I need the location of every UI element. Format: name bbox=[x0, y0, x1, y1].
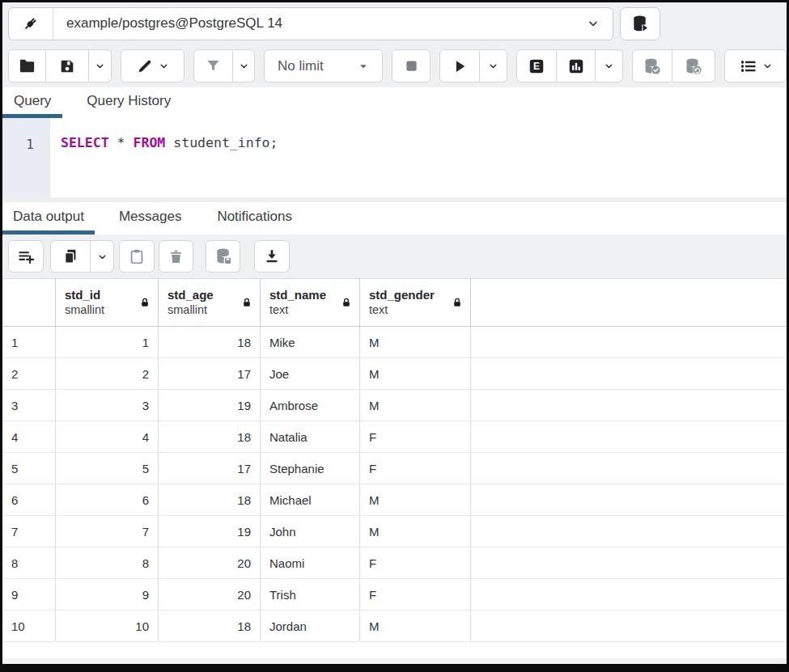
add-row-icon bbox=[17, 247, 36, 266]
grid-cell[interactable]: John bbox=[261, 516, 360, 547]
download-button[interactable] bbox=[254, 240, 290, 273]
grid-cell[interactable]: 19 bbox=[159, 516, 261, 547]
row-number[interactable]: 6 bbox=[2, 484, 56, 515]
grid-cell[interactable]: 7 bbox=[56, 516, 159, 547]
connection-bar: example/postgres@PostgreSQL 14 bbox=[2, 2, 787, 44]
edit-button[interactable] bbox=[121, 49, 185, 82]
grid-cell[interactable]: 1 bbox=[56, 327, 159, 357]
row-number[interactable]: 2 bbox=[2, 358, 56, 389]
commit-button[interactable] bbox=[632, 49, 672, 82]
row-number[interactable]: 1 bbox=[2, 327, 56, 357]
filter-button[interactable] bbox=[193, 49, 233, 82]
grid-cell[interactable]: M bbox=[360, 516, 471, 547]
chevron-down-icon bbox=[95, 61, 105, 71]
grid-cell[interactable]: 18 bbox=[159, 327, 261, 357]
grid-cell[interactable]: 19 bbox=[159, 390, 261, 421]
horizontal-scrollbar[interactable] bbox=[2, 658, 787, 664]
tab-query[interactable]: Query bbox=[2, 87, 62, 118]
open-file-button[interactable] bbox=[8, 49, 46, 82]
grid-cell[interactable]: Michael bbox=[261, 484, 360, 515]
grid-cell[interactable]: M bbox=[360, 611, 471, 641]
explain-analyze-button[interactable] bbox=[557, 49, 596, 82]
column-header-std_gender[interactable]: std_gendertext bbox=[360, 279, 471, 326]
row-number[interactable]: 5 bbox=[2, 453, 56, 484]
grid-cell[interactable]: Mike bbox=[261, 327, 360, 357]
grid-cell[interactable]: 3 bbox=[56, 390, 159, 421]
row-number[interactable]: 4 bbox=[2, 421, 56, 452]
cancel-query-button[interactable] bbox=[392, 49, 431, 82]
grid-cell[interactable]: Joe bbox=[261, 358, 360, 389]
tab-messages[interactable]: Messages bbox=[108, 202, 193, 235]
copy-icon bbox=[62, 247, 79, 265]
grid-cell[interactable]: Jordan bbox=[261, 611, 360, 641]
grid-cell[interactable]: Stephanie bbox=[261, 453, 360, 484]
grid-cell[interactable]: M bbox=[360, 327, 471, 357]
save-button[interactable] bbox=[46, 49, 89, 82]
column-name: std_id bbox=[65, 287, 104, 302]
row-number[interactable]: 9 bbox=[2, 579, 56, 610]
grid-cell[interactable]: Ambrose bbox=[261, 390, 360, 421]
execute-options-button[interactable] bbox=[480, 49, 507, 82]
grid-cell[interactable]: 6 bbox=[56, 484, 159, 515]
grid-cell[interactable]: F bbox=[360, 579, 471, 610]
column-header-std_id[interactable]: std_idsmallint bbox=[56, 279, 159, 326]
data-grid: std_idsmallintstd_agesmallintstd_nametex… bbox=[2, 278, 787, 664]
table-row: 4418NataliaF bbox=[2, 421, 787, 453]
filter-options-button[interactable] bbox=[233, 49, 255, 82]
paste-button[interactable] bbox=[119, 240, 155, 273]
grid-cell[interactable]: 18 bbox=[159, 484, 261, 515]
execute-button[interactable] bbox=[439, 49, 480, 82]
rollback-button[interactable] bbox=[672, 49, 715, 82]
tab-query-history[interactable]: Query History bbox=[75, 87, 182, 118]
grid-cell[interactable]: 10 bbox=[56, 611, 159, 641]
grid-cell[interactable]: 2 bbox=[56, 358, 159, 389]
save-data-changes-button[interactable] bbox=[206, 240, 240, 273]
grid-cell[interactable]: 20 bbox=[159, 547, 261, 578]
grid-cell[interactable]: M bbox=[360, 484, 471, 515]
column-header-std_name[interactable]: std_nametext bbox=[261, 279, 360, 326]
tab-data-output[interactable]: Data output bbox=[2, 202, 95, 235]
sql-keyword: SELECT bbox=[61, 135, 109, 150]
delete-row-button[interactable] bbox=[159, 240, 193, 273]
grid-corner-cell[interactable] bbox=[2, 279, 56, 326]
grid-cell[interactable]: F bbox=[360, 421, 471, 452]
row-number[interactable]: 7 bbox=[2, 516, 56, 547]
grid-cell[interactable]: 8 bbox=[56, 547, 159, 578]
column-header-std_age[interactable]: std_agesmallint bbox=[159, 279, 261, 326]
grid-cell[interactable]: 4 bbox=[56, 421, 159, 452]
grid-cell[interactable]: 5 bbox=[56, 453, 159, 484]
row-number[interactable]: 8 bbox=[2, 547, 56, 578]
row-limit-select[interactable]: No limit bbox=[264, 49, 383, 82]
grid-cell[interactable]: Naomi bbox=[261, 547, 360, 578]
add-row-button[interactable] bbox=[8, 240, 44, 273]
grid-cell[interactable]: Trish bbox=[261, 579, 360, 610]
sql-editor[interactable]: 1 SELECT*FROMstudent_info; bbox=[2, 118, 787, 197]
column-type: smallint bbox=[168, 302, 214, 318]
macros-button[interactable] bbox=[724, 49, 787, 82]
save-options-button[interactable] bbox=[89, 49, 112, 82]
grid-cell[interactable]: 18 bbox=[159, 421, 261, 452]
explain-button[interactable]: E bbox=[516, 49, 557, 82]
sql-code-line[interactable]: SELECT*FROMstudent_info; bbox=[50, 118, 286, 197]
open-file-icon bbox=[18, 57, 36, 75]
grid-cell[interactable]: 17 bbox=[159, 453, 261, 484]
copy-button[interactable] bbox=[50, 240, 91, 273]
new-connection-button[interactable] bbox=[620, 7, 660, 40]
copy-options-button[interactable] bbox=[91, 240, 114, 273]
grid-cell[interactable]: Natalia bbox=[261, 421, 360, 452]
download-icon bbox=[263, 247, 281, 265]
grid-cell[interactable]: 9 bbox=[56, 579, 159, 610]
grid-cell[interactable]: 17 bbox=[159, 358, 261, 389]
grid-cell[interactable]: 18 bbox=[159, 611, 261, 641]
grid-cell[interactable]: 20 bbox=[159, 579, 261, 610]
grid-cell[interactable]: M bbox=[360, 390, 471, 421]
grid-cell[interactable]: F bbox=[360, 453, 471, 484]
row-number[interactable]: 3 bbox=[2, 390, 56, 421]
connection-select[interactable]: example/postgres@PostgreSQL 14 bbox=[8, 7, 613, 40]
grid-cell[interactable]: M bbox=[360, 358, 471, 389]
row-number[interactable]: 10 bbox=[2, 611, 56, 641]
tab-notifications[interactable]: Notifications bbox=[206, 202, 303, 235]
grid-cell[interactable]: F bbox=[360, 547, 471, 578]
explain-options-button[interactable] bbox=[596, 49, 623, 82]
caret-down-icon bbox=[358, 61, 369, 72]
